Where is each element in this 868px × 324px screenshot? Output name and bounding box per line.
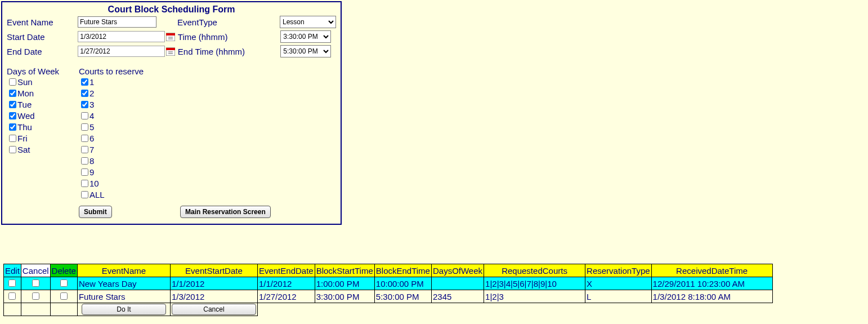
form-button-row: Submit Main Reservation Screen [7,206,336,218]
end-time-select[interactable]: 5:30:00 PM [280,45,331,57]
header-days-of-week: DaysOfWeek [431,264,484,277]
header-cancel: Cancel [21,264,50,277]
day-option-fri: Fri [7,132,79,144]
court-label: 10 [90,179,99,188]
cell-eventEndDate: 1/27/2012 [257,290,315,303]
delete-checkbox[interactable] [60,292,68,300]
court-label: 5 [90,122,94,132]
table-row: Future Stars1/3/20121/27/20123:30:00 PM5… [4,290,773,303]
label-start-date: Start Date [7,32,78,42]
main-reservation-button[interactable]: Main Reservation Screen [180,206,271,218]
header-received-date-time: ReceivedDateTime [651,264,772,277]
court-checkbox-6[interactable] [81,135,88,142]
court-checkbox-5[interactable] [81,123,88,131]
field-start-date-wrap [78,31,178,42]
start-time-select[interactable]: 3:30:00 PM [280,30,331,43]
cancel-checkbox[interactable] [32,279,39,287]
court-option-5: 5 [79,121,180,132]
day-checkbox-mon[interactable] [9,90,16,97]
cell-reservationType: L [585,290,652,303]
court-option-2: 2 [79,87,180,99]
doit-button[interactable]: Do It [82,304,166,315]
header-edit: Edit [4,264,21,277]
grid-footer-row: Do It Cancel [4,303,773,316]
cell-requestedCourts: 1|2|3|4|5|6|7|8|9|10 [484,277,585,290]
label-event-name: Event Name [7,17,78,27]
court-label: 7 [90,145,94,154]
event-name-input[interactable] [78,16,156,28]
court-label: 9 [90,167,94,177]
day-checkbox-sun[interactable] [9,78,16,86]
day-option-sun: Sun [7,76,79,87]
day-checkbox-tue[interactable] [9,101,16,108]
court-checkbox-all[interactable] [81,191,88,198]
court-checkbox-7[interactable] [81,146,88,153]
court-checkbox-8[interactable] [81,157,88,165]
start-date-input[interactable] [78,31,165,42]
court-checkbox-1[interactable] [81,78,88,86]
court-label: ALL [90,190,105,199]
scheduling-form-panel: Court Block Scheduling Form Event Name E… [1,1,342,225]
field-event-name-wrap [78,16,177,28]
cell-eventStartDate: 1/3/2012 [170,290,257,303]
label-event-type: EventType [177,17,280,27]
court-option-6: 6 [79,132,180,144]
court-label: 8 [90,156,94,166]
court-label: 1 [90,77,94,87]
edit-checkbox[interactable] [8,292,16,300]
header-block-start-time: BlockStartTime [315,264,374,277]
day-checkbox-sat[interactable] [9,146,16,153]
field-end-time-wrap: 5:30:00 PM [280,45,336,57]
cancel-action-button[interactable]: Cancel [172,304,256,315]
day-option-wed: Wed [7,110,79,121]
header-event-end-date: EventEndDate [257,264,315,277]
cell-eventStartDate: 1/1/2012 [170,277,257,290]
day-checkbox-thu[interactable] [9,123,16,131]
svg-rect-1 [166,33,175,35]
header-event-name: EventName [77,264,170,277]
cell-eventEndDate: 1/1/2012 [257,277,315,290]
cell-receivedDateTime: 1/3/2012 8:18:00 AM [651,290,772,303]
day-checkbox-fri[interactable] [9,135,16,142]
cell-daysOfWeek [431,277,484,290]
court-label: 6 [90,134,94,143]
label-time: Time (hhmm) [178,32,281,42]
day-label: Wed [17,111,35,121]
day-option-sat: Sat [7,144,79,155]
page-root: Court Block Scheduling Form Event Name E… [0,0,868,324]
court-checkbox-2[interactable] [81,90,88,97]
cancel-checkbox[interactable] [32,292,39,300]
court-checkbox-3[interactable] [81,101,88,108]
cell-eventName: New Years Day [77,277,170,290]
day-label: Mon [17,88,34,98]
calendar-icon[interactable] [166,32,175,41]
court-option-all: ALL [79,189,180,200]
row-end: End Date End Time (hhmm) 5:30:00 PM [7,45,336,57]
calendar-icon[interactable] [166,47,175,56]
submit-button[interactable]: Submit [79,206,112,218]
edit-checkbox[interactable] [8,279,16,287]
day-label: Tue [17,100,32,109]
court-checkbox-4[interactable] [81,112,88,119]
court-option-4: 4 [79,110,180,121]
svg-rect-5 [166,48,175,50]
event-type-select[interactable]: Lesson [280,16,336,28]
day-checkbox-wed[interactable] [9,112,16,119]
row-start: Start Date Time (hhmm) 3:30:00 PM [7,30,336,43]
court-checkbox-10[interactable] [81,180,88,187]
dow-courts-block: Days of Week SunMonTueWedThuFriSat Court… [7,66,336,200]
header-block-end-time: BlockEndTime [374,264,431,277]
grid-header: Edit Cancel Delete EventName EventStartD… [4,264,773,277]
court-label: 4 [90,111,94,121]
delete-checkbox[interactable] [60,279,68,287]
courts-column: Courts to reserve 12345678910ALL [79,66,180,200]
end-date-input[interactable] [78,46,165,57]
day-option-thu: Thu [7,121,79,132]
cell-daysOfWeek: 2345 [431,290,484,303]
label-end-time: End Time (hhmm) [178,47,281,56]
field-end-date-wrap [78,46,178,57]
cell-blockStartTime: 1:00:00 PM [315,277,374,290]
row-event: Event Name EventType Lesson [7,16,336,28]
court-checkbox-9[interactable] [81,168,88,176]
reservation-grid: Edit Cancel Delete EventName EventStartD… [3,264,773,316]
